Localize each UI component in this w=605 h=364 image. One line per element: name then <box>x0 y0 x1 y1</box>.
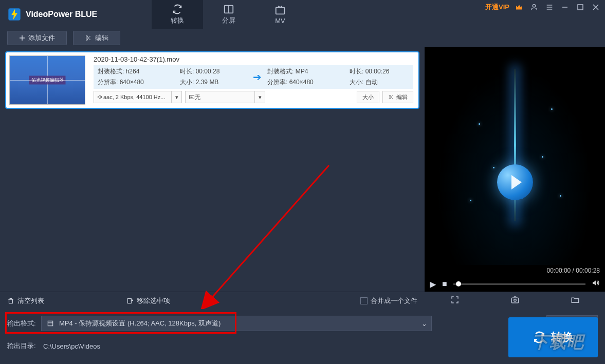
speaker-icon <box>97 94 103 100</box>
chevron-down-icon: ▾ <box>171 91 181 103</box>
output-format-label: 输出格式: <box>7 319 36 328</box>
main-tabs: 转换 分屏 MV <box>152 0 306 29</box>
bolt-icon <box>7 7 22 22</box>
convert-icon <box>533 331 546 344</box>
svg-point-14 <box>86 36 88 37</box>
merge-checkbox[interactable]: 合并成一个文件 <box>360 296 417 305</box>
output-dir-label: 输出目录: <box>7 341 36 351</box>
close-button[interactable] <box>591 2 601 12</box>
menu-icon[interactable] <box>544 2 555 12</box>
edit-button[interactable]: 编辑 <box>73 31 120 45</box>
split-icon <box>223 4 234 15</box>
remove-selected-button[interactable]: 移除选中项 <box>126 296 170 305</box>
seek-slider[interactable] <box>453 283 585 285</box>
preview-pane: 00:00:00 / 00:00:28 ▶ ■ <box>425 47 605 292</box>
clear-list-button[interactable]: 清空列表 <box>7 296 44 305</box>
svg-rect-9 <box>578 5 583 10</box>
file-list-pane: 佑光视频编辑器 2020-11-03-10-42-37(1).mov 封装格式:… <box>0 47 425 292</box>
stop-button[interactable]: ■ <box>442 279 447 289</box>
svg-marker-18 <box>98 95 101 99</box>
arrow-right-icon: ➔ <box>247 71 267 83</box>
plus-icon <box>19 35 25 41</box>
user-icon[interactable] <box>529 2 539 12</box>
trash-icon <box>7 297 14 304</box>
svg-rect-31 <box>511 298 519 303</box>
svg-marker-27 <box>593 280 596 285</box>
svg-rect-3 <box>276 7 285 14</box>
folder-icon[interactable] <box>567 292 583 310</box>
app-logo: VideoPower BLUE <box>0 7 97 22</box>
svg-rect-33 <box>48 321 52 325</box>
list-toolbar: 清空列表 移除选中项 合并成一个文件 <box>0 292 605 309</box>
preview-video[interactable] <box>425 47 605 265</box>
svg-point-4 <box>533 5 535 7</box>
add-file-button[interactable]: 添加文件 <box>7 31 67 45</box>
svg-point-23 <box>389 98 391 99</box>
chevron-down-icon: ⌄ <box>421 320 427 328</box>
time-display: 00:00:00 / 00:00:28 <box>425 265 605 276</box>
audio-select[interactable]: aac, 2 Kbps, 44100 Hz... ▾ <box>94 91 182 103</box>
file-info: 2020-11-03-10-42-37(1).mov 封装格式: h264 分辨… <box>88 52 418 108</box>
output-dir-field[interactable]: C:\Users\pc\Videos <box>41 339 432 353</box>
remove-icon <box>126 297 134 304</box>
volume-icon[interactable] <box>592 279 600 289</box>
play-button[interactable]: ▶ <box>430 279 436 289</box>
window-controls: 开通VIP <box>485 2 601 12</box>
play-orb-icon <box>497 164 533 200</box>
item-edit-button[interactable]: 编辑 <box>382 91 413 103</box>
format-icon <box>47 320 54 327</box>
scissors-icon <box>85 35 92 41</box>
convert-icon <box>172 4 183 15</box>
app-title: VideoPower BLUE <box>26 10 97 19</box>
scissors-icon <box>388 94 394 100</box>
main-area: 佑光视频编辑器 2020-11-03-10-42-37(1).mov 封装格式:… <box>0 47 605 292</box>
svg-rect-28 <box>127 298 131 303</box>
title-bar: VideoPower BLUE 转换 分屏 MV 开通VIP <box>0 0 605 29</box>
subtitle-icon <box>189 94 195 100</box>
svg-point-15 <box>86 39 88 41</box>
chevron-down-icon: ▾ <box>254 91 265 103</box>
svg-point-22 <box>389 95 391 97</box>
svg-point-32 <box>514 299 516 301</box>
tab-split[interactable]: 分屏 <box>203 0 254 29</box>
convert-button[interactable]: 转换 <box>508 317 598 357</box>
file-thumbnail: 佑光视频编辑器 <box>6 52 88 108</box>
annotation-arrow <box>195 155 339 309</box>
output-format-select[interactable]: MP4 - 保持源视频设置 (H.264; AAC, 128Kbps, 双声道)… <box>41 316 432 331</box>
file-controls: aac, 2 Kbps, 44100 Hz... ▾ 无 ▾ 大小 编辑 <box>94 91 413 103</box>
mv-icon <box>274 5 286 16</box>
minimize-button[interactable] <box>560 2 570 12</box>
file-props: 封装格式: h264 分辨率: 640×480 时长: 00:00:28 大小:… <box>94 65 413 89</box>
fullscreen-icon[interactable] <box>447 292 463 310</box>
svg-line-26 <box>211 165 329 299</box>
vip-link[interactable]: 开通VIP <box>485 3 509 12</box>
tab-convert[interactable]: 转换 <box>152 0 203 29</box>
subtitle-select[interactable]: 无 ▾ <box>185 91 265 103</box>
maximize-button[interactable] <box>575 2 585 12</box>
crown-icon <box>515 3 524 12</box>
action-toolbar: 添加文件 编辑 <box>0 29 605 47</box>
tab-mv[interactable]: MV <box>254 0 306 29</box>
checkbox-icon <box>360 297 368 304</box>
file-card[interactable]: 佑光视频编辑器 2020-11-03-10-42-37(1).mov 封装格式:… <box>5 51 419 109</box>
player-controls: ▶ ■ <box>425 276 605 292</box>
size-button[interactable]: 大小 <box>357 91 379 103</box>
file-name: 2020-11-03-10-42-37(1).mov <box>94 55 413 63</box>
snapshot-icon[interactable] <box>507 292 523 310</box>
